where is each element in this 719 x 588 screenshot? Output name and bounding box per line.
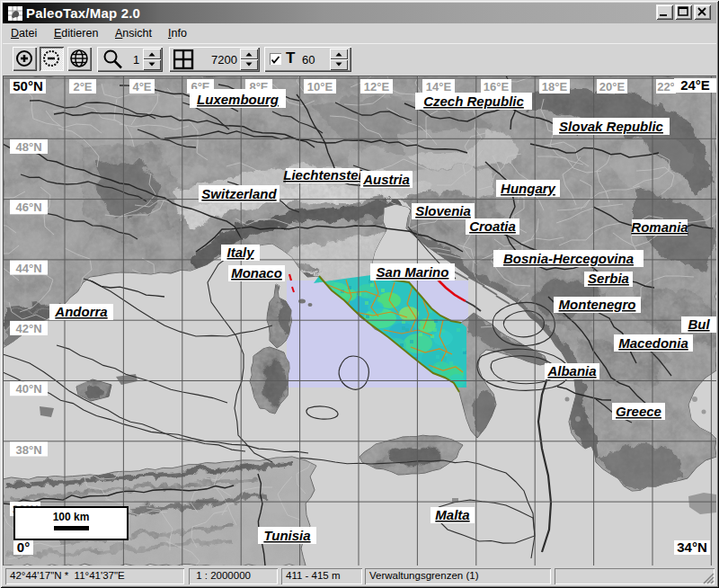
svg-text:San Marino: San Marino — [377, 264, 449, 280]
svg-text:Slovenia: Slovenia — [415, 203, 471, 218]
svg-text:34°N: 34°N — [677, 539, 707, 555]
svg-text:22°: 22° — [657, 80, 675, 94]
svg-text:Malta: Malta — [435, 507, 469, 522]
svg-text:20°E: 20°E — [599, 80, 626, 94]
svg-text:18°E: 18°E — [542, 80, 568, 94]
svg-text:Bul: Bul — [688, 316, 710, 332]
svg-text:Albania: Albania — [546, 363, 596, 379]
svg-text:Switzerland: Switzerland — [201, 186, 277, 201]
svg-text:Montenegro: Montenegro — [559, 297, 636, 312]
svg-text:Monaco: Monaco — [231, 265, 282, 281]
svg-text:46°N: 46°N — [15, 200, 41, 214]
svg-text:10°E: 10°E — [307, 80, 333, 94]
svg-text:16°E: 16°E — [484, 80, 510, 94]
svg-text:4°E: 4°E — [132, 80, 151, 94]
svg-text:40°N: 40°N — [15, 382, 41, 396]
svg-text:14°E: 14°E — [426, 80, 452, 94]
svg-text:Macedonia: Macedonia — [618, 335, 688, 351]
svg-text:Liechtenstei: Liechtenstei — [283, 167, 362, 183]
svg-text:Tunisia: Tunisia — [263, 528, 310, 543]
svg-text:38°N: 38°N — [15, 443, 41, 457]
svg-text:Croatia: Croatia — [469, 218, 516, 234]
svg-text:48°N: 48°N — [15, 140, 41, 154]
svg-text:42°N: 42°N — [15, 322, 41, 335]
svg-text:24°E: 24°E — [680, 77, 710, 93]
svg-text:Greece: Greece — [616, 404, 661, 419]
svg-text:Serbia: Serbia — [588, 271, 629, 286]
svg-text:50°N: 50°N — [13, 78, 43, 94]
svg-text:Bosnia-Hercegovina: Bosnia-Hercegovina — [503, 251, 634, 266]
svg-text:Andorra: Andorra — [54, 304, 107, 319]
svg-text:2°E: 2°E — [73, 80, 92, 94]
svg-text:Austria: Austria — [362, 172, 410, 187]
svg-text:44°N: 44°N — [15, 262, 41, 275]
svg-text:Luxembourg: Luxembourg — [197, 92, 279, 107]
svg-text:Hungary: Hungary — [501, 181, 556, 196]
svg-text:Slovak Republic: Slovak Republic — [559, 119, 664, 134]
svg-text:12°E: 12°E — [364, 80, 390, 94]
svg-text:Czech Republic: Czech Republic — [423, 94, 524, 109]
svg-text:Italy: Italy — [226, 245, 254, 260]
svg-text:Romania: Romania — [631, 219, 688, 235]
svg-text:0°: 0° — [17, 539, 30, 555]
svg-text:100 km: 100 km — [53, 511, 90, 523]
